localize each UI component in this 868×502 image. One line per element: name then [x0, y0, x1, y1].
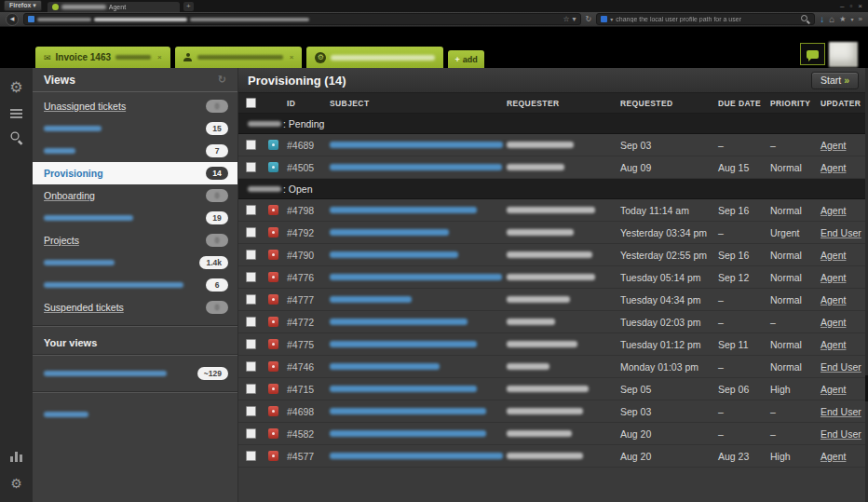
- column-header-priority[interactable]: PRIORITY: [770, 99, 821, 108]
- column-header-due-date[interactable]: DUE DATE: [718, 99, 770, 108]
- ticket-tab-user[interactable]: ×: [175, 47, 303, 68]
- ticket-subject-cell[interactable]: [330, 296, 507, 303]
- toolbar-overflow-icon[interactable]: »: [859, 15, 862, 24]
- ticket-row[interactable]: #4715Sep 05Sep 06HighAgent: [238, 378, 868, 400]
- list-icon[interactable]: [10, 109, 22, 111]
- ticket-subject-cell[interactable]: [330, 142, 507, 148]
- ticket-tab-invoice[interactable]: ✉ Invoice 1463 ×: [35, 47, 170, 68]
- column-header-requester[interactable]: REQUESTER: [507, 99, 620, 108]
- chevron-down-icon[interactable]: ▾: [573, 15, 576, 24]
- ticket-updater[interactable]: Agent: [821, 250, 868, 261]
- sidebar-view-item[interactable]: Unassigned tickets0: [33, 95, 237, 117]
- chevron-down-icon[interactable]: ▾: [610, 15, 613, 24]
- sidebar-view-item[interactable]: 1.4k: [33, 251, 237, 274]
- ticket-checkbox[interactable]: [246, 406, 256, 416]
- sidebar-view-item[interactable]: 15: [33, 117, 237, 140]
- reports-chart-icon[interactable]: [10, 452, 22, 462]
- ticket-updater[interactable]: Agent: [821, 140, 868, 151]
- ticket-checkbox[interactable]: [246, 272, 256, 282]
- downloads-icon[interactable]: ↓: [820, 15, 824, 24]
- ticket-row[interactable]: #4689Sep 03––Agent: [238, 134, 868, 156]
- bookmark-star-icon[interactable]: ☆: [563, 15, 569, 24]
- minimize-button[interactable]: –: [840, 2, 844, 10]
- ticket-subject-cell[interactable]: [330, 430, 507, 437]
- ticket-row[interactable]: #4772Tuesday 02:03 pm––Agent: [238, 311, 868, 333]
- search-icon[interactable]: [801, 15, 810, 24]
- ticket-row[interactable]: #4798Today 11:14 amSep 16NormalAgent: [238, 199, 868, 222]
- refresh-icon[interactable]: ↻: [218, 74, 226, 86]
- ticket-row[interactable]: #4776Tuesday 05:14 pmSep 12NormalAgent: [238, 266, 868, 289]
- ticket-checkbox[interactable]: [246, 250, 256, 260]
- ticket-subject-cell[interactable]: [330, 453, 507, 459]
- add-tab-button[interactable]: + add: [448, 50, 483, 68]
- new-tab-button[interactable]: +: [183, 2, 194, 11]
- chat-button[interactable]: [800, 43, 825, 65]
- reload-icon[interactable]: ↻: [586, 15, 592, 24]
- ticket-updater[interactable]: Agent: [821, 205, 868, 216]
- column-header-requested[interactable]: REQUESTED: [620, 99, 718, 108]
- ticket-row[interactable]: #4746Monday 01:03 pm–NormalEnd User: [238, 356, 868, 378]
- ticket-subject-cell[interactable]: [330, 229, 507, 236]
- sidebar-view-item[interactable]: Projects0: [33, 229, 237, 251]
- sidebar-view-item[interactable]: ~129: [33, 362, 237, 385]
- ticket-tab-settings[interactable]: ⚙: [306, 47, 443, 68]
- ticket-updater[interactable]: End User: [821, 227, 868, 238]
- ticket-row[interactable]: #4505Aug 09Aug 15NormalAgent: [238, 156, 868, 179]
- ticket-checkbox[interactable]: [246, 294, 256, 305]
- ticket-row[interactable]: #4792Yesterday 03:34 pm–UrgentEnd User: [238, 222, 868, 244]
- ticket-subject-cell[interactable]: [330, 274, 507, 280]
- sidebar-view-item[interactable]: Provisioning14: [33, 162, 237, 184]
- ticket-checkbox[interactable]: [246, 162, 256, 172]
- ticket-subject-cell[interactable]: [330, 363, 507, 370]
- select-all-checkbox[interactable]: [246, 98, 256, 108]
- ticket-checkbox[interactable]: [246, 384, 256, 394]
- ticket-row[interactable]: #4775Tuesday 01:12 pmSep 11NormalAgent: [238, 333, 868, 356]
- sidebar-view-item[interactable]: Onboarding0: [33, 184, 237, 207]
- views-gear-icon[interactable]: ⚙: [9, 81, 22, 94]
- close-icon[interactable]: ×: [290, 53, 294, 61]
- column-header-subject[interactable]: SUBJECT: [330, 99, 507, 108]
- column-header-id[interactable]: ID: [287, 99, 330, 108]
- ticket-updater[interactable]: Agent: [821, 272, 868, 283]
- ticket-row[interactable]: #4577Aug 20Aug 23HighAgent: [238, 445, 868, 468]
- ticket-subject-cell[interactable]: [330, 319, 507, 325]
- ticket-row[interactable]: #4790Yesterday 02:55 pmSep 16NormalAgent: [238, 244, 868, 266]
- ticket-row[interactable]: #4582Aug 20––End User: [238, 423, 868, 445]
- close-icon[interactable]: ×: [157, 53, 162, 61]
- ticket-subject-cell[interactable]: [330, 207, 507, 213]
- ticket-checkbox[interactable]: [246, 339, 256, 349]
- ticket-checkbox[interactable]: [246, 428, 256, 439]
- ticket-checkbox[interactable]: [246, 227, 256, 237]
- back-button[interactable]: ◀: [6, 13, 19, 26]
- browser-tab[interactable]: Agent: [47, 2, 180, 12]
- ticket-row[interactable]: #4777Tuesday 04:34 pm–NormalAgent: [238, 289, 868, 311]
- ticket-updater[interactable]: End User: [821, 428, 868, 440]
- ticket-checkbox[interactable]: [246, 451, 256, 461]
- ticket-checkbox[interactable]: [246, 317, 256, 327]
- ticket-updater[interactable]: Agent: [821, 451, 868, 462]
- sidebar-view-item[interactable]: Suspended tickets0: [33, 296, 237, 319]
- ticket-subject-cell[interactable]: [330, 341, 507, 347]
- ticket-updater[interactable]: Agent: [821, 384, 868, 395]
- url-bar[interactable]: ☆ ▾: [23, 13, 581, 25]
- browser-search-input[interactable]: ▾ change the local user profile path for…: [596, 13, 815, 25]
- ticket-updater[interactable]: Agent: [821, 294, 868, 305]
- ticket-updater[interactable]: End User: [821, 406, 868, 417]
- bookmarks-star-icon[interactable]: ★: [839, 15, 846, 24]
- ticket-updater[interactable]: Agent: [821, 339, 868, 350]
- chevron-down-icon[interactable]: ▾: [851, 15, 854, 24]
- ticket-subject-cell[interactable]: [330, 408, 507, 414]
- ticket-updater[interactable]: Agent: [821, 317, 868, 328]
- column-header-updater[interactable]: UPDATER: [821, 99, 868, 108]
- settings-gear-icon[interactable]: ⚙: [10, 477, 22, 490]
- ticket-checkbox[interactable]: [246, 205, 256, 215]
- maximize-button[interactable]: ▫: [849, 2, 852, 10]
- avatar[interactable]: [829, 42, 858, 67]
- ticket-subject-cell[interactable]: [330, 251, 507, 258]
- ticket-subject-cell[interactable]: [330, 386, 507, 392]
- ticket-updater[interactable]: End User: [821, 361, 868, 373]
- search-icon[interactable]: [10, 132, 22, 144]
- close-button[interactable]: ×: [858, 2, 862, 10]
- sidebar-view-item[interactable]: 6: [33, 274, 237, 296]
- ticket-updater[interactable]: Agent: [821, 162, 868, 173]
